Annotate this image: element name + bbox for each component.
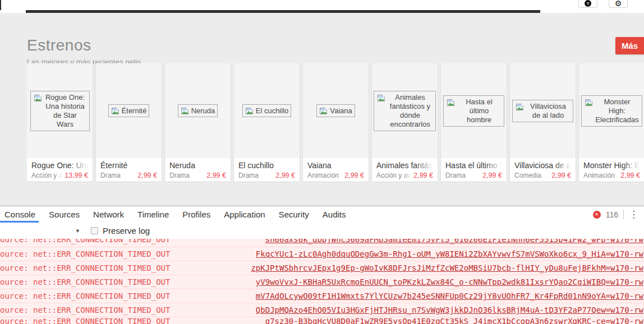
movie-price-button[interactable]: 2,99 € (620, 172, 640, 179)
console-source-link[interactable]: zpKJPtWSbhrcvJEpx1g9Ep-gWoIvK8DFJrsJiMzf… (251, 263, 644, 272)
movie-title: Vaiana (307, 161, 364, 170)
broken-image-icon (377, 94, 386, 103)
broken-image-icon (319, 107, 328, 115)
devtools-tab-label: Audits (323, 210, 346, 219)
help-button[interactable]: ? (578, 0, 597, 8)
devtools-tab-label: Application (224, 210, 265, 219)
console-source-link[interactable]: FkqcYUc1-zLc0Agh0dquODegGw3m-Rhg1-oUM_yW… (256, 249, 644, 258)
devtools-tab[interactable]: Audits (323, 206, 346, 223)
movie-meta: Animación 2,99 € (307, 172, 364, 179)
devtools-tab[interactable]: Console (4, 206, 35, 223)
devtools-tab[interactable]: Timeline (137, 206, 169, 223)
console-source-link[interactable]: mV7AdOLcywO09tF1H1Wmxts7YlYCUzw7b245eSNN… (256, 291, 644, 300)
devtools-tabbar-right: ✕ 116 ⋮ (593, 210, 644, 220)
movie-poster-broken: Villaviciosa de al lado (510, 63, 576, 158)
devtools-tab[interactable]: Sources (49, 206, 80, 223)
settings-button[interactable]: ⚙ (609, 0, 628, 8)
broken-image-alt-box: Neruda (178, 104, 218, 117)
devtools-tab-label: Security (279, 210, 309, 219)
more-button[interactable]: Más (615, 37, 644, 54)
broken-image-alt-text: Hasta el último hombre (457, 98, 501, 124)
movie-genre: Drama (238, 172, 273, 179)
broken-image-icon (181, 107, 190, 115)
movie-card[interactable]: Éternité Éternité Drama 2,99 € (96, 63, 162, 182)
broken-image-alt-text: Rogue One: Una historia de Star Wars (44, 93, 86, 129)
console-source-link[interactable]: yV9woVvxJ-KBHaR5UxRcmoEnUUCN_toPKzkLZwx8… (256, 277, 644, 286)
movie-title: Hasta el último hombre (445, 161, 502, 170)
movie-meta: Acción y aventura 13,99 € (31, 172, 88, 179)
console-error-row: ource: net::ERR_CONNECTION_TIMED_OUT sh6… (0, 239, 644, 247)
top-left-bar (0, 0, 1, 10)
console-error-row: ource: net::ERR_CONNECTION_TIMED_OUT yV9… (0, 275, 644, 289)
broken-image-alt-box: Rogue One: Una historia de Star Wars (30, 91, 90, 131)
section-title: Estrenos (27, 36, 91, 54)
broken-image-alt-box: Hasta el último hombre (443, 95, 504, 127)
movie-price-button[interactable]: 2,99 € (137, 172, 157, 179)
devtools-tab[interactable]: Profiles (182, 206, 210, 223)
movie-poster-broken: Vaiana (303, 63, 369, 158)
movie-title: Neruda (169, 161, 226, 170)
console-error-message: ource: net::ERR_CONNECTION_TIMED_OUT (0, 263, 170, 272)
movie-genre: Acción y aventura (31, 172, 62, 179)
broken-image-alt-box: Villaviciosa de al lado (512, 100, 573, 122)
broken-image-icon (111, 107, 120, 115)
broken-image-alt-text: El cuchillo (256, 107, 289, 115)
movie-poster-broken: Neruda (165, 63, 231, 158)
devtools-tab[interactable]: Network (93, 206, 124, 223)
movie-card-footer: Vaiana Animación 2,99 € (303, 158, 369, 182)
devtools-tab-label: Timeline (137, 210, 169, 219)
movie-title: Villaviciosa de al lado (514, 161, 571, 170)
movie-card[interactable]: Rogue One: Una historia de Star Wars Rog… (27, 63, 93, 182)
movie-price-button[interactable]: 2,99 € (551, 172, 571, 179)
console-error-row: ource: net::ERR_CONNECTION_TIMED_OUT mV7… (0, 289, 644, 303)
movie-genre: Acción y aventura (376, 172, 411, 179)
movie-price-button[interactable]: 2,99 € (275, 172, 295, 179)
movie-price-button[interactable]: 2,99 € (413, 172, 433, 179)
movie-price-button[interactable]: 2,99 € (206, 172, 226, 179)
preserve-log-label: Preserve log (103, 226, 150, 235)
movie-price-button[interactable]: 2,99 € (482, 172, 502, 179)
help-icon: ? (585, 0, 591, 7)
movie-meta: Drama 2,99 € (100, 172, 157, 179)
broken-image-alt-box: Monster High: Electrificadas (581, 95, 642, 127)
movie-card-footer: El cuchillo Drama 2,99 € (234, 158, 300, 182)
movie-card-footer: Hasta el último hombre Drama 2,99 € (441, 158, 507, 182)
console-error-message: ource: net::ERR_CONNECTION_TIMED_OUT (0, 291, 170, 300)
movie-meta: Drama 2,99 € (169, 172, 226, 179)
devtools-tab-label: Console (4, 210, 35, 219)
movie-card-footer: Éternité Drama 2,99 € (96, 158, 162, 182)
movie-card-footer: Neruda Drama 2,99 € (165, 158, 231, 182)
chevron-down-icon[interactable]: ▼ (75, 228, 80, 234)
movie-meta: Drama 2,99 € (238, 172, 295, 179)
movie-card-footer: Rogue One: Una historia de Star Wars Acc… (27, 158, 93, 182)
console-error-message: ource: net::ERR_CONNECTION_TIMED_OUT (0, 317, 170, 324)
console-source-link[interactable]: QbDJpMQAzo4EhQ05VIu3HGxFjHTJHRsu_n7SvWgW… (256, 306, 644, 314)
broken-image-icon (34, 94, 43, 103)
movie-price-button[interactable]: 2,99 € (344, 172, 364, 179)
console-log: ource: net::ERR_CONNECTION_TIMED_OUT sh6… (0, 239, 644, 324)
error-count-icon: ✕ (593, 211, 601, 219)
console-source-link[interactable]: sh66axs6k_dbbjWhc5669aFMp5amieEmi75VFt5_… (265, 239, 644, 244)
console-error-message: ource: net::ERR_CONNECTION_TIMED_OUT (0, 306, 170, 314)
movie-card[interactable]: El cuchillo El cuchillo Drama 2,99 € (234, 63, 300, 182)
preserve-log-checkbox[interactable] (91, 227, 98, 234)
kebab-menu-icon[interactable]: ⋮ (629, 211, 638, 219)
movie-title: Monster High: Electrificadas (583, 161, 640, 170)
movie-price-button[interactable]: 13,99 € (65, 172, 88, 179)
movie-genre: Animación (307, 172, 342, 179)
devtools-tab[interactable]: Security (279, 206, 309, 223)
console-error-row: ource: net::ERR_CONNECTION_TIMED_OUT g7s… (0, 317, 644, 324)
devtools-tab-label: Profiles (182, 210, 210, 219)
console-source-link[interactable]: g7sz30-B3bgHcVU8D0aF1wZR9E5ysOp41E0zgCt3… (265, 317, 644, 324)
movie-card[interactable]: Monster High: Electrificadas Monster Hig… (579, 63, 644, 182)
movie-poster-broken: El cuchillo (234, 63, 300, 158)
movie-card-footer: Villaviciosa de al lado Comedia 2,99 € (510, 158, 576, 182)
movie-card[interactable]: Hasta el último hombre Hasta el último h… (441, 63, 507, 182)
movie-card[interactable]: Neruda Neruda Drama 2,99 € (165, 63, 231, 182)
movie-card[interactable]: Animales fantásticos y dónde encontrarlo… (372, 63, 438, 182)
devtools-tab[interactable]: Application (224, 206, 265, 223)
movie-meta: Comedia 2,99 € (514, 172, 571, 179)
broken-image-icon (447, 98, 456, 107)
movie-card[interactable]: Vaiana Vaiana Animación 2,99 € (303, 63, 369, 182)
movie-card[interactable]: Villaviciosa de al lado Villaviciosa de … (510, 63, 576, 182)
